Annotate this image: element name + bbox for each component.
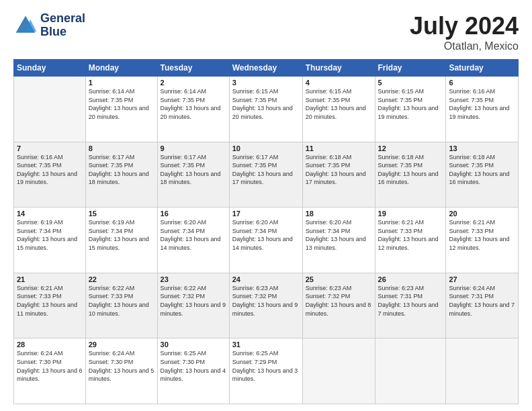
day-number: 19 (378, 210, 443, 218)
day-info: Sunrise: 6:21 AM Sunset: 7:33 PM Dayligh… (449, 218, 515, 252)
day-number: 15 (89, 210, 154, 218)
day-info: Sunrise: 6:19 AM Sunset: 7:34 PM Dayligh… (89, 218, 154, 252)
day-number: 9 (161, 144, 226, 152)
day-info: Sunrise: 6:18 AM Sunset: 7:35 PM Dayligh… (306, 153, 372, 187)
day-info: Sunrise: 6:24 AM Sunset: 7:30 PM Dayligh… (89, 349, 154, 383)
col-monday: Monday (85, 60, 157, 77)
logo-icon (13, 13, 38, 38)
day-number: 31 (232, 340, 300, 349)
calendar-cell: 10 Sunrise: 6:17 AM Sunset: 7:35 PM Dayl… (229, 142, 302, 208)
title-block: July 2024 Otatlan, Mexico (410, 12, 519, 52)
calendar-cell: 16 Sunrise: 6:20 AM Sunset: 7:34 PM Dayl… (157, 208, 229, 273)
day-number: 14 (17, 210, 83, 218)
day-number: 10 (232, 144, 300, 152)
col-friday: Friday (375, 60, 446, 77)
col-saturday: Saturday (446, 60, 519, 77)
day-info: Sunrise: 6:17 AM Sunset: 7:35 PM Dayligh… (89, 153, 154, 187)
calendar-cell: 20 Sunrise: 6:21 AM Sunset: 7:33 PM Dayl… (446, 208, 519, 273)
day-number: 6 (449, 79, 515, 87)
col-wednesday: Wednesday (229, 60, 302, 77)
calendar-cell: 14 Sunrise: 6:19 AM Sunset: 7:34 PM Dayl… (14, 208, 86, 273)
day-info: Sunrise: 6:23 AM Sunset: 7:31 PM Dayligh… (378, 284, 443, 318)
day-info: Sunrise: 6:20 AM Sunset: 7:34 PM Dayligh… (306, 218, 372, 252)
day-info: Sunrise: 6:23 AM Sunset: 7:32 PM Dayligh… (306, 284, 372, 318)
page: General Blue July 2024 Otatlan, Mexico S… (0, 0, 532, 411)
day-number: 27 (449, 275, 515, 283)
col-sunday: Sunday (14, 60, 86, 77)
day-info: Sunrise: 6:21 AM Sunset: 7:33 PM Dayligh… (17, 284, 83, 318)
day-info: Sunrise: 6:22 AM Sunset: 7:33 PM Dayligh… (89, 284, 154, 318)
day-number: 2 (161, 79, 226, 87)
calendar-cell: 6 Sunrise: 6:16 AM Sunset: 7:35 PM Dayli… (446, 77, 519, 142)
day-info: Sunrise: 6:15 AM Sunset: 7:35 PM Dayligh… (378, 87, 443, 121)
calendar-cell (302, 338, 375, 404)
day-info: Sunrise: 6:20 AM Sunset: 7:34 PM Dayligh… (161, 218, 226, 252)
day-info: Sunrise: 6:25 AM Sunset: 7:29 PM Dayligh… (232, 349, 300, 383)
calendar-cell: 12 Sunrise: 6:18 AM Sunset: 7:35 PM Dayl… (375, 142, 446, 208)
calendar-cell: 25 Sunrise: 6:23 AM Sunset: 7:32 PM Dayl… (302, 273, 375, 338)
logo-line2: Blue (40, 26, 85, 39)
day-number: 24 (232, 275, 300, 283)
day-info: Sunrise: 6:18 AM Sunset: 7:35 PM Dayligh… (449, 153, 515, 187)
day-number: 22 (89, 275, 154, 283)
calendar-cell (446, 338, 519, 404)
day-number: 12 (378, 144, 443, 152)
calendar-cell: 31 Sunrise: 6:25 AM Sunset: 7:29 PM Dayl… (229, 338, 302, 404)
calendar-week-1: 1 Sunrise: 6:14 AM Sunset: 7:35 PM Dayli… (14, 77, 519, 142)
calendar-cell: 11 Sunrise: 6:18 AM Sunset: 7:35 PM Dayl… (302, 142, 375, 208)
day-info: Sunrise: 6:16 AM Sunset: 7:35 PM Dayligh… (449, 87, 515, 121)
calendar-cell: 13 Sunrise: 6:18 AM Sunset: 7:35 PM Dayl… (446, 142, 519, 208)
calendar-cell: 8 Sunrise: 6:17 AM Sunset: 7:35 PM Dayli… (85, 142, 157, 208)
main-title: July 2024 (410, 12, 519, 40)
calendar-week-2: 7 Sunrise: 6:16 AM Sunset: 7:35 PM Dayli… (14, 142, 519, 208)
day-number: 30 (161, 340, 226, 349)
calendar-cell: 23 Sunrise: 6:22 AM Sunset: 7:32 PM Dayl… (157, 273, 229, 338)
day-number: 11 (306, 144, 372, 152)
day-info: Sunrise: 6:16 AM Sunset: 7:35 PM Dayligh… (17, 153, 83, 187)
day-number: 3 (232, 79, 300, 87)
day-info: Sunrise: 6:14 AM Sunset: 7:35 PM Dayligh… (161, 87, 226, 121)
calendar-cell: 7 Sunrise: 6:16 AM Sunset: 7:35 PM Dayli… (14, 142, 86, 208)
calendar-cell: 18 Sunrise: 6:20 AM Sunset: 7:34 PM Dayl… (302, 208, 375, 273)
calendar-week-4: 21 Sunrise: 6:21 AM Sunset: 7:33 PM Dayl… (14, 273, 519, 338)
day-number: 13 (449, 144, 515, 152)
col-tuesday: Tuesday (157, 60, 229, 77)
day-number: 8 (89, 144, 154, 152)
calendar-cell: 9 Sunrise: 6:17 AM Sunset: 7:35 PM Dayli… (157, 142, 229, 208)
calendar-cell: 17 Sunrise: 6:20 AM Sunset: 7:34 PM Dayl… (229, 208, 302, 273)
day-info: Sunrise: 6:23 AM Sunset: 7:32 PM Dayligh… (232, 284, 300, 318)
day-number: 21 (17, 275, 83, 283)
day-info: Sunrise: 6:20 AM Sunset: 7:34 PM Dayligh… (232, 218, 300, 252)
day-number: 26 (378, 275, 443, 283)
day-number: 29 (89, 340, 154, 349)
day-info: Sunrise: 6:19 AM Sunset: 7:34 PM Dayligh… (17, 218, 83, 252)
calendar-cell: 4 Sunrise: 6:15 AM Sunset: 7:35 PM Dayli… (302, 77, 375, 142)
calendar-cell: 21 Sunrise: 6:21 AM Sunset: 7:33 PM Dayl… (14, 273, 86, 338)
logo: General Blue (13, 12, 85, 39)
col-thursday: Thursday (302, 60, 375, 77)
day-number: 20 (449, 210, 515, 218)
calendar-cell: 1 Sunrise: 6:14 AM Sunset: 7:35 PM Dayli… (85, 77, 157, 142)
calendar-cell: 22 Sunrise: 6:22 AM Sunset: 7:33 PM Dayl… (85, 273, 157, 338)
header: General Blue July 2024 Otatlan, Mexico (13, 12, 519, 52)
day-number: 16 (161, 210, 226, 218)
day-number: 4 (306, 79, 372, 87)
calendar-cell: 19 Sunrise: 6:21 AM Sunset: 7:33 PM Dayl… (375, 208, 446, 273)
day-number: 18 (306, 210, 372, 218)
day-info: Sunrise: 6:22 AM Sunset: 7:32 PM Dayligh… (161, 284, 226, 318)
header-row: Sunday Monday Tuesday Wednesday Thursday… (14, 60, 519, 77)
day-info: Sunrise: 6:24 AM Sunset: 7:31 PM Dayligh… (449, 284, 515, 318)
day-number: 25 (306, 275, 372, 283)
calendar-week-5: 28 Sunrise: 6:24 AM Sunset: 7:30 PM Dayl… (14, 338, 519, 404)
calendar: Sunday Monday Tuesday Wednesday Thursday… (13, 59, 519, 404)
calendar-cell: 26 Sunrise: 6:23 AM Sunset: 7:31 PM Dayl… (375, 273, 446, 338)
logo-line1: General (40, 12, 85, 26)
calendar-cell: 24 Sunrise: 6:23 AM Sunset: 7:32 PM Dayl… (229, 273, 302, 338)
day-info: Sunrise: 6:17 AM Sunset: 7:35 PM Dayligh… (232, 153, 300, 187)
day-info: Sunrise: 6:18 AM Sunset: 7:35 PM Dayligh… (378, 153, 443, 187)
calendar-cell: 30 Sunrise: 6:25 AM Sunset: 7:30 PM Dayl… (157, 338, 229, 404)
day-info: Sunrise: 6:14 AM Sunset: 7:35 PM Dayligh… (89, 87, 154, 121)
day-info: Sunrise: 6:25 AM Sunset: 7:30 PM Dayligh… (161, 349, 226, 383)
calendar-cell: 29 Sunrise: 6:24 AM Sunset: 7:30 PM Dayl… (85, 338, 157, 404)
day-info: Sunrise: 6:15 AM Sunset: 7:35 PM Dayligh… (306, 87, 372, 121)
